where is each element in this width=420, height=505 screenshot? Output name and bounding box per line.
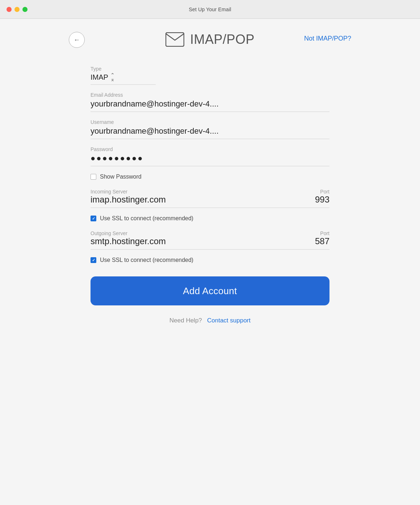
show-password-label: Show Password	[100, 174, 142, 180]
add-account-button[interactable]: Add Account	[91, 276, 329, 305]
ssl-incoming-checkbox[interactable]	[91, 216, 96, 221]
email-field-group: Email Address yourbrandname@hostinger-de…	[91, 85, 329, 112]
username-field-group: Username yourbrandname@hostinger-dev-4..…	[91, 112, 329, 139]
title-bar: Set Up Your Email	[0, 0, 420, 19]
type-select[interactable]: IMAP ⌃⌅	[91, 73, 156, 85]
page-header: IMAP/POP	[91, 32, 329, 47]
password-field[interactable]: ●●●●●●●●●	[91, 154, 329, 166]
email-field[interactable]: yourbrandname@hostinger-dev-4....	[91, 99, 329, 112]
password-label: Password	[91, 146, 329, 152]
show-password-row: Show Password	[91, 174, 329, 180]
outgoing-server-value[interactable]: smtp.hostinger.com	[91, 236, 166, 246]
email-label: Email Address	[91, 92, 329, 98]
outgoing-port-value[interactable]: 587	[315, 236, 329, 246]
incoming-server-left: Incoming Server imap.hostinger.com	[91, 181, 166, 205]
show-password-checkbox[interactable]	[91, 174, 96, 180]
ssl-outgoing-label: Use SSL to connect (recommended)	[100, 257, 193, 263]
window-controls	[7, 7, 28, 12]
help-text: Need Help?	[169, 317, 202, 324]
svg-rect-0	[166, 33, 184, 46]
mail-icon	[165, 32, 184, 47]
page-title: IMAP/POP	[190, 32, 255, 47]
type-value: IMAP	[91, 73, 108, 82]
close-button[interactable]	[7, 7, 12, 12]
outgoing-port-label: Port	[320, 230, 329, 236]
ssl-incoming-row: Use SSL to connect (recommended)	[91, 215, 329, 222]
main-content: ← Not IMAP/POP? IMAP/POP Type IMAP ⌃⌅	[62, 19, 358, 505]
back-button[interactable]: ←	[69, 32, 85, 48]
incoming-port-right: Port 993	[315, 181, 329, 205]
contact-support-link[interactable]: Contact support	[207, 317, 251, 324]
password-field-group: Password ●●●●●●●●●	[91, 139, 329, 166]
incoming-server-row: Incoming Server imap.hostinger.com Port …	[91, 181, 329, 208]
minimize-button[interactable]	[14, 7, 20, 12]
username-field[interactable]: yourbrandname@hostinger-dev-4....	[91, 126, 329, 139]
incoming-port-label: Port	[320, 189, 329, 195]
username-label: Username	[91, 119, 329, 125]
type-select-arrows-icon: ⌃⌅	[110, 73, 115, 81]
not-imap-link[interactable]: Not IMAP/POP?	[304, 35, 351, 42]
outgoing-server-row: Outgoing Server smtp.hostinger.com Port …	[91, 223, 329, 250]
header-icon-title: IMAP/POP	[165, 32, 255, 47]
ssl-outgoing-row: Use SSL to connect (recommended)	[91, 257, 329, 263]
incoming-port-value[interactable]: 993	[315, 195, 329, 205]
type-field-group: Type IMAP ⌃⌅	[91, 59, 329, 85]
incoming-server-label: Incoming Server	[91, 189, 166, 195]
ssl-outgoing-checkbox[interactable]	[91, 257, 96, 263]
back-arrow-icon: ←	[74, 37, 80, 43]
incoming-server-value[interactable]: imap.hostinger.com	[91, 195, 166, 205]
setup-form: Type IMAP ⌃⌅ Email Address yourbrandname…	[91, 59, 329, 305]
outgoing-port-right: Port 587	[315, 223, 329, 246]
outgoing-server-left: Outgoing Server smtp.hostinger.com	[91, 223, 166, 246]
type-label: Type	[91, 66, 329, 72]
outgoing-server-label: Outgoing Server	[91, 230, 166, 236]
maximize-button[interactable]	[22, 7, 28, 12]
help-footer: Need Help? Contact support	[91, 317, 329, 324]
window-title: Set Up Your Email	[189, 7, 231, 12]
ssl-incoming-label: Use SSL to connect (recommended)	[100, 215, 193, 222]
